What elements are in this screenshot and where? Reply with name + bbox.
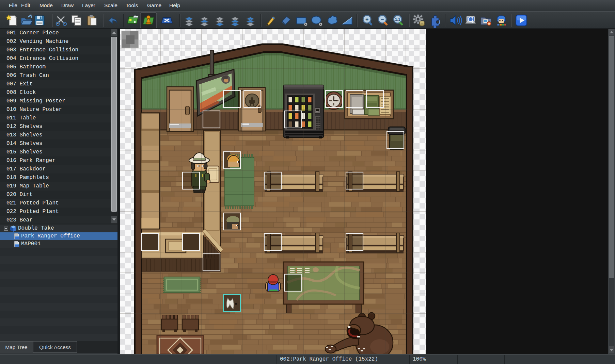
- svg-text:+: +: [365, 16, 368, 22]
- svg-text:1:1: 1:1: [395, 18, 400, 21]
- svg-text:−: −: [381, 16, 384, 22]
